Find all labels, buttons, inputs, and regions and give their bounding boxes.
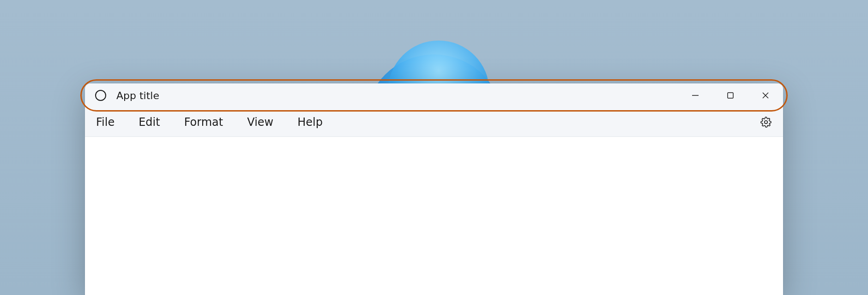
settings-button[interactable]: [760, 116, 772, 128]
app-icon: [94, 89, 107, 102]
minimize-button[interactable]: [678, 83, 713, 107]
close-icon: [762, 92, 769, 99]
maximize-button[interactable]: [713, 83, 748, 107]
app-title: App title: [116, 90, 159, 101]
menu-format[interactable]: Format: [184, 116, 223, 129]
svg-point-0: [96, 90, 106, 100]
app-window: App title File Edit Format: [85, 83, 783, 295]
menu-file[interactable]: File: [96, 116, 115, 129]
caption-controls: [678, 83, 783, 107]
menu-help[interactable]: Help: [297, 116, 323, 129]
svg-point-5: [765, 120, 767, 123]
close-button[interactable]: [748, 83, 783, 107]
menu-view[interactable]: View: [247, 116, 273, 129]
svg-rect-2: [728, 93, 733, 98]
gear-icon: [760, 117, 772, 128]
menu-bar: File Edit Format View Help: [85, 107, 783, 137]
maximize-icon: [727, 92, 734, 99]
minimize-icon: [692, 92, 699, 99]
title-bar[interactable]: App title: [85, 83, 783, 107]
content-area: [85, 137, 783, 295]
menu-edit[interactable]: Edit: [139, 116, 160, 129]
